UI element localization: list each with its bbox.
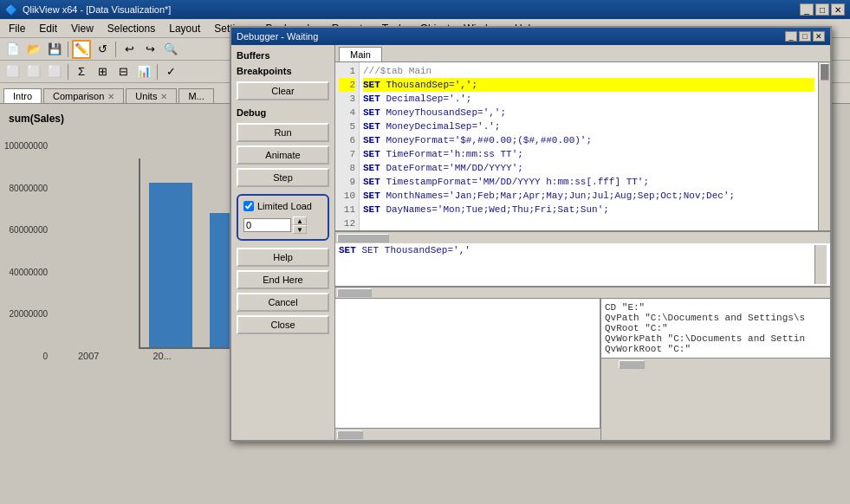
tb2-btn2[interactable]: ⬜: [24, 62, 43, 81]
var-line-3: QvRoot "C:": [605, 323, 827, 333]
tb2-btn8[interactable]: ✓: [161, 62, 180, 81]
tab-m[interactable]: M...: [178, 88, 213, 103]
menu-edit[interactable]: Edit: [32, 21, 64, 36]
tab-intro[interactable]: Intro: [3, 88, 42, 103]
buffers-panel: Buffers Breakpoints Clear Debug Run Anim…: [231, 45, 335, 440]
code-line-11: SET DayNames='Mon;Tue;Wed;Thu;Fri;Sat;Su…: [363, 203, 814, 216]
limited-load-input[interactable]: [243, 218, 291, 232]
expr-content: SET SET ThousandSep=',': [339, 245, 814, 284]
tab-comparison[interactable]: Comparison ✕: [43, 88, 124, 103]
right-panel: Main 1 2 3 4 5 6 7 8 9 10 11: [335, 45, 830, 440]
debugger-content: Buffers Breakpoints Clear Debug Run Anim…: [231, 45, 830, 440]
code-scrollbar-h[interactable]: [335, 231, 830, 243]
code-line-3: SET DecimalSep='.';: [363, 92, 814, 106]
code-scrollbar-v[interactable]: [818, 62, 830, 230]
edit-mode-button[interactable]: ✏️: [72, 40, 91, 59]
separator-1: [68, 42, 68, 57]
tab-units[interactable]: Units ✕: [126, 88, 177, 103]
close-debugger-button[interactable]: Close: [237, 315, 329, 334]
tb2-btn3[interactable]: ⬜: [45, 62, 64, 81]
code-line-2: SET ThousandSep=',';: [363, 78, 814, 92]
code-line-9: SET TimestampFormat='MM/DD/YYYY h:mm:ss[…: [363, 175, 814, 189]
expr-scrollbar-v[interactable]: [814, 245, 827, 284]
y-label-1: 100000000: [4, 141, 48, 151]
y-label-5: 20000000: [10, 309, 49, 319]
maximize-button[interactable]: □: [815, 3, 829, 16]
tab-units-close[interactable]: ✕: [160, 92, 167, 101]
code-line-7: SET TimeFormat='h:mm:ss TT';: [363, 147, 814, 161]
dialog-maximize[interactable]: □: [799, 31, 811, 42]
tb2-btn5[interactable]: ⊞: [93, 62, 112, 81]
buffers-label: Buffers: [237, 50, 329, 61]
save-button[interactable]: 💾: [45, 40, 64, 59]
tab-comparison-label: Comparison: [53, 91, 104, 101]
code-tab-main[interactable]: Main: [339, 47, 382, 61]
animate-button[interactable]: Animate: [237, 145, 329, 165]
end-here-button[interactable]: End Here: [237, 270, 329, 289]
spinner-up[interactable]: ▲: [293, 216, 307, 225]
breakpoints-label: Breakpoints: [237, 66, 329, 76]
tb2-btn6[interactable]: ⊟: [114, 62, 133, 81]
close-button[interactable]: ✕: [831, 3, 845, 16]
title-bar: 🔷 QlikView x64 - [Data Visualization*] _…: [0, 0, 850, 19]
limited-load-label: Limited Load: [257, 201, 312, 211]
help-button[interactable]: Help: [237, 248, 329, 267]
tb2-btn4[interactable]: Σ: [72, 62, 91, 81]
search-button[interactable]: 🔍: [161, 40, 180, 59]
y-label-2: 80000000: [10, 184, 49, 193]
code-line-5: SET MoneyDecimalSep='.';: [363, 120, 814, 133]
tab-comparison-close[interactable]: ✕: [107, 92, 114, 101]
title-bar-controls[interactable]: _ □ ✕: [800, 3, 845, 16]
dialog-minimize[interactable]: _: [785, 31, 797, 42]
run-button[interactable]: Run: [237, 123, 329, 142]
code-line-10: SET MonthNames='Jan;Feb;Mar;Apr;May;Jun;…: [363, 189, 814, 203]
expr-scrollbar-h[interactable]: [335, 287, 830, 299]
dialog-close[interactable]: ✕: [813, 31, 825, 42]
separator-4: [157, 64, 158, 80]
tab-intro-label: Intro: [13, 91, 32, 101]
tab-units-label: Units: [135, 91, 157, 101]
undo-button[interactable]: ↩: [120, 40, 139, 59]
menu-selections[interactable]: Selections: [101, 21, 162, 36]
log-scrollbar-h[interactable]: [335, 428, 600, 440]
code-lines: ///$tab Main SET ThousandSep=','; SET De…: [360, 62, 818, 230]
menu-file[interactable]: File: [2, 21, 32, 36]
app-icon: 🔷: [5, 4, 17, 16]
var-line-4: QvWorkPath "C:\Documents and Settin: [605, 333, 827, 344]
separator-3: [68, 64, 68, 80]
var-line-2: QvPath "C:\Documents and Settings\s: [605, 313, 827, 323]
open-button[interactable]: 📂: [24, 40, 43, 59]
dialog-title-controls[interactable]: _ □ ✕: [785, 31, 825, 42]
tb2-btn7[interactable]: 📊: [134, 62, 153, 81]
menu-view[interactable]: View: [64, 21, 101, 36]
clear-button[interactable]: Clear: [237, 81, 329, 100]
vars-scrollbar-h[interactable]: [601, 358, 830, 370]
step-button[interactable]: Step: [237, 168, 329, 187]
code-gutter: 1 2 3 4 5 6 7 8 9 10 11 12: [335, 62, 360, 230]
spinner-buttons: ▲ ▼: [293, 216, 307, 234]
title-bar-left: 🔷 QlikView x64 - [Data Visualization*]: [5, 4, 171, 16]
bottom-split: CD "E:" QvPath "C:\Documents and Setting…: [335, 299, 830, 440]
limited-load-row: Limited Load: [243, 201, 322, 211]
y-label-3: 60000000: [10, 225, 49, 235]
code-tab-bar: Main: [335, 45, 830, 62]
expr-line: SET SET ThousandSep=',': [339, 245, 814, 255]
dialog-title-bar: Debugger - Waiting _ □ ✕: [231, 28, 830, 45]
vars-panel: CD "E:" QvPath "C:\Documents and Setting…: [601, 299, 830, 358]
cancel-button[interactable]: Cancel: [237, 293, 329, 312]
code-line-4: SET MoneyThousandSep=',';: [363, 106, 814, 120]
log-panel: [335, 299, 600, 428]
reload-button[interactable]: ↺: [93, 40, 112, 59]
app-title: QlikView x64 - [Data Visualization*]: [23, 4, 171, 15]
x-label-2: 20...: [152, 351, 171, 361]
code-editor[interactable]: 1 2 3 4 5 6 7 8 9 10 11 12 ///$tab: [335, 62, 830, 231]
menu-layout[interactable]: Layout: [162, 21, 207, 36]
new-button[interactable]: 📄: [3, 40, 23, 59]
tb2-btn1[interactable]: ⬜: [3, 62, 23, 81]
redo-button[interactable]: ↪: [140, 40, 159, 59]
bar-2007: [149, 183, 192, 347]
minimize-button[interactable]: _: [800, 3, 814, 16]
limited-load-checkbox[interactable]: [243, 201, 254, 211]
spinner-down[interactable]: ▼: [293, 225, 307, 234]
debug-label: Debug: [237, 107, 329, 118]
